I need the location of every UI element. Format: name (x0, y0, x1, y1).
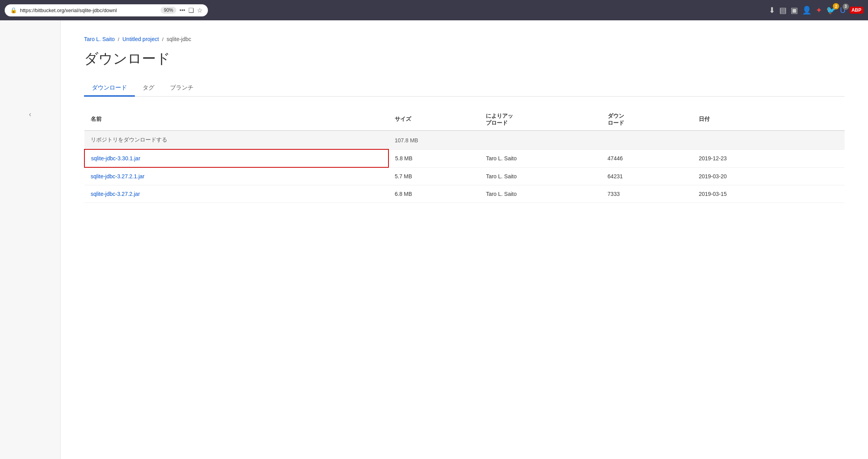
more-options-icon[interactable]: ••• (179, 7, 185, 13)
sidebar: ‹ (0, 20, 61, 459)
file-size: 107.8 MB (388, 131, 480, 149)
upload-date: 2019-12-23 (693, 149, 845, 167)
notification-icon-2[interactable]: U 3 (840, 6, 845, 15)
col-header-downloads: ダウンロード (601, 108, 693, 131)
breadcrumb: Taro L. Saito / Untitled project / sqlit… (84, 36, 845, 42)
download-count: 64231 (601, 167, 693, 185)
breadcrumb-sep-2: / (162, 36, 164, 42)
abp-button[interactable]: ABP (850, 7, 863, 14)
lock-icon: 🔒 (10, 7, 17, 13)
account-icon[interactable]: 👤 (802, 5, 812, 15)
browser-toolbar: ⬇ ▤ ▣ 👤 ✦ 🐦 2 U 3 ABP (769, 5, 863, 15)
table-row: sqlite-jdbc-3.30.1.jar5.8 MBTaro L. Sait… (84, 149, 845, 167)
pocket-icon[interactable]: ❏ (188, 7, 194, 14)
page-wrapper: ‹ Taro L. Saito / Untitled project / sql… (0, 20, 868, 459)
badge-count-2: 3 (843, 4, 849, 10)
zoom-badge: 90% (161, 7, 176, 14)
upload-date (693, 131, 845, 149)
file-size: 6.8 MB (388, 185, 480, 203)
table-row: sqlite-jdbc-3.27.2.jar6.8 MBTaro L. Sait… (84, 185, 845, 203)
tab-branches[interactable]: ブランチ (162, 80, 201, 97)
library-icon[interactable]: ▤ (779, 5, 787, 15)
table-row: リポジトリをダウンロードする107.8 MB (84, 131, 845, 149)
page-title: ダウンロード (84, 49, 845, 68)
col-header-date: 日付 (693, 108, 845, 131)
upload-date: 2019-03-20 (693, 167, 845, 185)
breadcrumb-project[interactable]: Untitled project (122, 36, 159, 42)
tab-downloads[interactable]: ダウンロード (84, 80, 135, 97)
file-size: 5.7 MB (388, 167, 480, 185)
breadcrumb-repo: sqlite-jdbc (166, 36, 191, 42)
table-header-row: 名前 サイズ によりアップロード ダウンロード 日付 (84, 108, 845, 131)
col-header-uploaded: によりアップロード (480, 108, 601, 131)
breadcrumb-sep-1: / (118, 36, 120, 42)
uploader (480, 131, 601, 149)
notification-icon-1[interactable]: 🐦 2 (826, 5, 836, 15)
upload-date: 2019-03-15 (693, 185, 845, 203)
uploader: Taro L. Saito (480, 149, 601, 167)
col-header-size: サイズ (388, 108, 480, 131)
uploader: Taro L. Saito (480, 185, 601, 203)
download-count (601, 131, 693, 149)
tab-tags[interactable]: タグ (135, 80, 162, 97)
sidebar-collapse-arrow[interactable]: ‹ (0, 106, 60, 122)
uploader: Taro L. Saito (480, 167, 601, 185)
url-text: https://bitbucket.org/xerial/sqlite-jdbc… (20, 7, 157, 13)
file-size: 5.8 MB (388, 149, 480, 167)
col-header-name: 名前 (84, 108, 388, 131)
download-count: 47446 (601, 149, 693, 167)
main-content: Taro L. Saito / Untitled project / sqlit… (61, 20, 868, 459)
breadcrumb-user[interactable]: Taro L. Saito (84, 36, 115, 42)
badge-count-1: 2 (833, 3, 839, 9)
download-icon[interactable]: ⬇ (769, 5, 775, 15)
bookmark-icon[interactable]: ☆ (197, 7, 202, 14)
reader-icon[interactable]: ▣ (791, 5, 798, 15)
download-count: 7333 (601, 185, 693, 203)
file-link[interactable]: sqlite-jdbc-3.27.2.1.jar (91, 173, 145, 179)
extension-icon[interactable]: ✦ (816, 5, 822, 15)
browser-bar: 🔒 https://bitbucket.org/xerial/sqlite-jd… (0, 0, 868, 20)
file-link[interactable]: sqlite-jdbc-3.30.1.jar (91, 155, 140, 161)
address-bar[interactable]: 🔒 https://bitbucket.org/xerial/sqlite-jd… (5, 4, 208, 16)
tabs-container: ダウンロード タグ ブランチ (84, 80, 845, 97)
table-row: sqlite-jdbc-3.27.2.1.jar5.7 MBTaro L. Sa… (84, 167, 845, 185)
downloads-table: 名前 サイズ によりアップロード ダウンロード 日付 リポジトリをダウンロードす… (84, 108, 845, 203)
file-link[interactable]: sqlite-jdbc-3.27.2.jar (91, 191, 140, 197)
